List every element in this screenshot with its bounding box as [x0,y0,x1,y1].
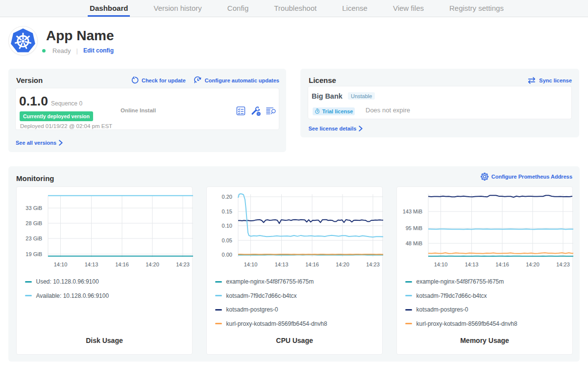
svg-text:95 MiB: 95 MiB [406,225,422,231]
svg-text:0.00: 0.00 [222,252,232,258]
svg-text:143 MiB: 143 MiB [403,209,422,214]
svg-text:0.10: 0.10 [222,223,232,229]
svg-text:0.05: 0.05 [222,237,232,243]
svg-text:14:13: 14:13 [85,261,98,267]
svg-text:14:13: 14:13 [465,261,479,267]
svg-text:14:23: 14:23 [366,261,380,267]
svg-text:14:20: 14:20 [526,261,539,267]
svg-text:33 GiB: 33 GiB [25,205,42,211]
svg-text:14:13: 14:13 [275,261,289,267]
svg-text:14:16: 14:16 [495,261,509,267]
svg-text:19 GiB: 19 GiB [25,251,42,257]
svg-text:14:23: 14:23 [556,261,570,267]
svg-text:14:10: 14:10 [434,261,448,267]
svg-text:23 GiB: 23 GiB [25,235,42,241]
svg-text:48 MiB: 48 MiB [406,240,422,246]
svg-text:14:16: 14:16 [115,261,129,267]
svg-text:14:16: 14:16 [305,261,319,267]
svg-text:14:10: 14:10 [244,261,258,267]
svg-text:0.20: 0.20 [222,194,232,200]
svg-text:28 GiB: 28 GiB [25,220,42,226]
svg-text:14:10: 14:10 [54,261,68,267]
svg-text:0.15: 0.15 [222,209,232,214]
svg-text:14:20: 14:20 [336,261,349,267]
svg-text:14:23: 14:23 [176,261,190,267]
svg-text:14:20: 14:20 [146,261,159,267]
